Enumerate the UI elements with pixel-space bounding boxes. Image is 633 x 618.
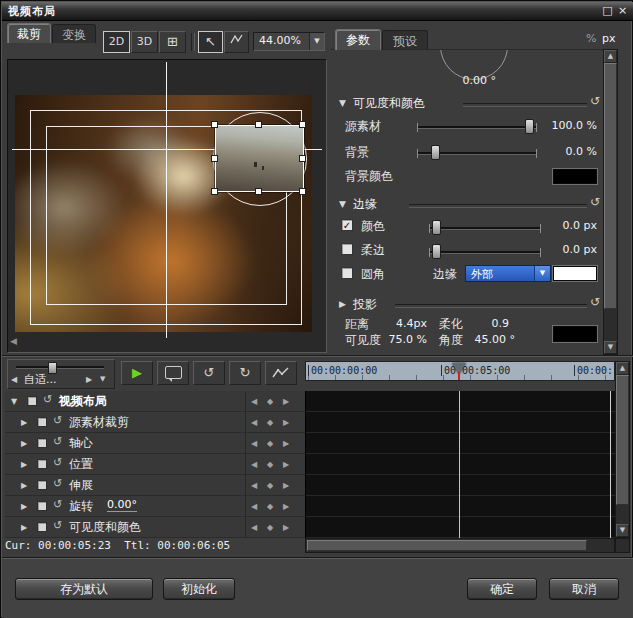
timeline-row-rotation[interactable]: ▶ ↺ 旋转 0.00° ◀ ◆ ▶ xyxy=(5,496,305,517)
tree-expand-icon[interactable]: ▶ xyxy=(21,439,27,448)
next-keyframe-button[interactable]: ▶ xyxy=(283,397,289,406)
handle-bottom-right[interactable] xyxy=(299,188,306,195)
close-button[interactable]: × xyxy=(616,4,629,17)
scrollbar-thumb[interactable] xyxy=(307,540,587,551)
prev-keyframe-button[interactable]: ◀ xyxy=(251,397,257,406)
add-keyframe-button[interactable]: ◆ xyxy=(267,460,273,469)
cancel-button[interactable]: 取消 xyxy=(549,578,619,600)
mode-3d-button[interactable]: 3D xyxy=(131,31,158,53)
shadow-distance-value[interactable]: 4.4px xyxy=(381,317,427,330)
timeline-row-stretch[interactable]: ▶ ↺ 伸展 ◀ ◆ ▶ xyxy=(5,475,305,496)
source-slider-thumb[interactable] xyxy=(525,119,534,134)
add-keyframe-button[interactable]: ◆ xyxy=(267,418,273,427)
soft-edge-value[interactable]: 0.0 px xyxy=(541,243,597,256)
prev-keyframe-button[interactable]: ◀ xyxy=(251,481,257,490)
background-slider[interactable] xyxy=(417,152,537,155)
section-title-visibility[interactable]: 可见度和颜色 xyxy=(353,95,425,112)
row-checkbox[interactable] xyxy=(27,396,37,406)
edge-type-dropdown[interactable]: 外部 ▼ xyxy=(465,265,551,282)
rotation-row-value[interactable]: 0.00° xyxy=(107,498,137,512)
background-slider-thumb[interactable] xyxy=(431,145,440,160)
tree-expand-icon[interactable]: ▶ xyxy=(21,523,27,532)
prev-keyframe-button[interactable]: ◀ xyxy=(251,523,257,532)
add-keyframe-button[interactable]: ◆ xyxy=(267,397,273,406)
row-reset-icon[interactable]: ↺ xyxy=(53,498,62,511)
tab-presets[interactable]: 预设 xyxy=(382,30,428,49)
next-keyframe-button[interactable]: ▶ xyxy=(283,460,289,469)
add-keyframe-button[interactable]: ◆ xyxy=(267,502,273,511)
section-expand-icon[interactable]: ▶ xyxy=(339,299,346,309)
row-reset-icon[interactable]: ↺ xyxy=(53,477,62,490)
scrollbar-thumb[interactable] xyxy=(604,63,617,309)
row-checkbox[interactable] xyxy=(37,480,47,490)
edge-color-slider[interactable] xyxy=(429,227,541,230)
parameters-scrollbar[interactable]: ▲ ▼ xyxy=(603,49,618,355)
add-keyframe-button[interactable]: ◆ xyxy=(267,481,273,490)
row-checkbox[interactable] xyxy=(37,438,47,448)
fit-next-icon[interactable]: ▶ xyxy=(86,375,92,384)
titlebar[interactable]: 视频布局 □ × xyxy=(2,2,633,21)
timeline-row-video-layout[interactable]: ▼ ↺ 视频布局 ◀ ◆ ▶ xyxy=(5,391,305,412)
handle-top-left[interactable] xyxy=(211,121,218,128)
source-value[interactable]: 100.0 % xyxy=(541,119,597,132)
scroll-down-icon[interactable]: ▼ xyxy=(616,524,629,537)
layout-grid-icon[interactable]: ⊞ xyxy=(159,31,186,53)
initialize-button[interactable]: 初始化 xyxy=(163,578,235,600)
shadow-color-swatch[interactable] xyxy=(553,326,597,342)
maximize-button[interactable]: □ xyxy=(601,4,614,17)
soft-edge-checkbox[interactable] xyxy=(341,243,353,255)
tab-crop[interactable]: 裁剪 xyxy=(7,23,51,43)
next-keyframe-button[interactable]: ▶ xyxy=(283,502,289,511)
shadow-soften-value[interactable]: 0.9 xyxy=(477,317,509,330)
row-checkbox[interactable] xyxy=(37,459,47,469)
keyframe-graph-button[interactable] xyxy=(265,361,297,385)
tab-parameters[interactable]: 参数 xyxy=(335,29,381,50)
section-title-edge[interactable]: 边缘 xyxy=(353,196,377,213)
reset-section-button[interactable]: ↺ xyxy=(590,196,600,208)
background-color-swatch[interactable] xyxy=(553,169,597,184)
handle-bottom-center[interactable] xyxy=(255,188,262,195)
prev-keyframe-button[interactable]: ◀ xyxy=(251,502,257,511)
tree-expand-icon[interactable]: ▶ xyxy=(21,502,27,511)
dropdown-arrow-icon[interactable]: ▼ xyxy=(309,33,324,50)
section-expand-icon[interactable]: ▼ xyxy=(339,199,346,209)
row-checkbox[interactable] xyxy=(37,501,47,511)
next-keyframe-button[interactable]: ▶ xyxy=(283,481,289,490)
save-default-button[interactable]: 存为默认 xyxy=(15,578,153,600)
handle-mid-left[interactable] xyxy=(211,155,218,162)
source-slider[interactable] xyxy=(417,126,537,129)
next-keyframe-button[interactable]: ▶ xyxy=(283,418,289,427)
handle-mid-right[interactable] xyxy=(299,155,306,162)
timeline-zoom-control[interactable]: ◀ 自适... ▶ ▼ xyxy=(7,359,115,389)
mode-2d-button[interactable]: 2D xyxy=(103,31,130,53)
scroll-up-icon[interactable]: ▲ xyxy=(604,50,617,63)
next-keyframe-button[interactable]: ▶ xyxy=(283,523,289,532)
next-keyframe-button[interactable]: ▶ xyxy=(283,439,289,448)
add-keyframe-button[interactable]: ◆ xyxy=(267,439,273,448)
handle-top-center[interactable] xyxy=(255,121,262,128)
preview-canvas[interactable]: ◀ xyxy=(7,59,327,353)
redo-button[interactable]: ↻ xyxy=(229,361,261,385)
tree-expand-icon[interactable]: ▶ xyxy=(21,481,27,490)
timeline-row-source-crop[interactable]: ▶ ↺ 源素材裁剪 ◀ ◆ ▶ xyxy=(5,412,305,433)
undo-button[interactable]: ↺ xyxy=(193,361,225,385)
motion-path-tool-button[interactable] xyxy=(224,31,249,53)
reset-section-button[interactable]: ↺ xyxy=(590,95,600,107)
scroll-down-icon[interactable]: ▼ xyxy=(604,341,617,354)
timeline-ruler[interactable]: 00:00:00:00 00:00:05:00 00:00:1 xyxy=(305,361,615,381)
fit-mode-label[interactable]: 自适... xyxy=(24,372,82,387)
soft-edge-slider[interactable] xyxy=(429,251,541,254)
section-expand-icon[interactable]: ▼ xyxy=(339,98,346,108)
background-value[interactable]: 0.0 % xyxy=(541,145,597,158)
row-reset-icon[interactable]: ↺ xyxy=(53,435,62,448)
shadow-angle-value[interactable]: 45.00 ° xyxy=(471,333,515,346)
fit-prev-icon[interactable]: ◀ xyxy=(11,375,17,384)
timeline-vscrollbar[interactable]: ▲ ▼ xyxy=(615,361,630,538)
timeline-zoom-slider[interactable] xyxy=(16,366,104,369)
tree-expand-icon[interactable]: ▶ xyxy=(21,460,27,469)
timeline-hscrollbar[interactable] xyxy=(305,538,615,553)
fit-dropdown-icon[interactable]: ▼ xyxy=(100,375,105,383)
row-reset-icon[interactable]: ↺ xyxy=(43,393,52,406)
row-reset-icon[interactable]: ↺ xyxy=(53,519,62,532)
edge-color-swatch[interactable] xyxy=(553,266,597,281)
